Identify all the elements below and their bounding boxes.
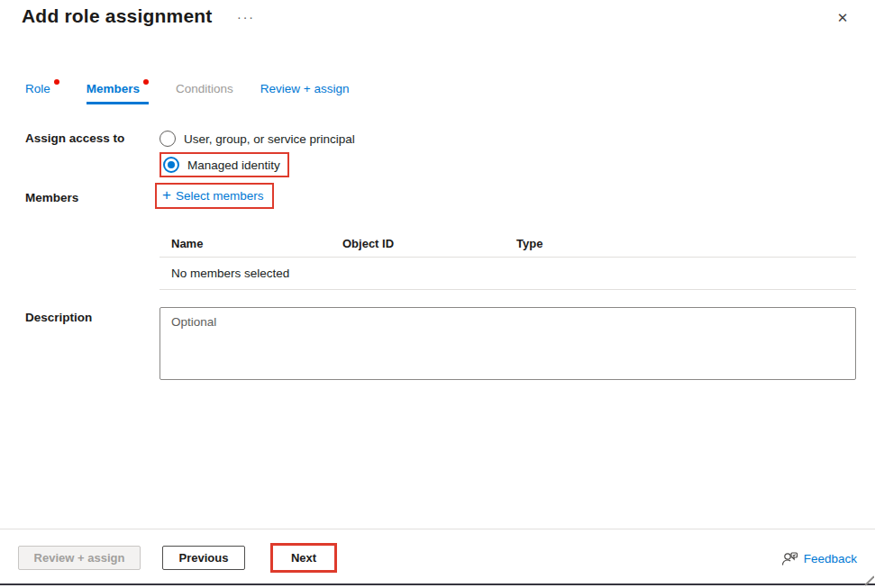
select-members-label: Select members [176, 189, 264, 203]
feedback-link[interactable]: Feedback [781, 550, 857, 566]
alert-dot [54, 79, 59, 85]
members-label: Members [25, 191, 78, 204]
radio-user-group-service-principal[interactable]: User, group, or service principal [160, 127, 355, 150]
add-role-assignment-panel: Add role assignment ··· ✕ Role Members C… [0, 0, 875, 588]
tab-review-assign[interactable]: Review + assign [260, 82, 350, 102]
description-input[interactable] [160, 307, 856, 380]
resize-handle[interactable] [863, 575, 874, 586]
radio-user-label: User, group, or service principal [184, 132, 355, 146]
tab-role[interactable]: Role [25, 82, 59, 102]
table-row-empty: No members selected [160, 258, 856, 290]
members-table-header: Name Object ID Type [160, 230, 856, 258]
tab-review-assign-label: Review + assign [260, 82, 350, 95]
next-button-highlight-box: Next [270, 543, 337, 573]
column-header-name: Name [160, 237, 342, 250]
radio-managed-identity[interactable]: Managed identity [163, 155, 280, 175]
more-options-icon[interactable]: ··· [237, 9, 255, 25]
select-members-link[interactable]: + Select members [162, 188, 263, 203]
select-members-highlight-box: + Select members [155, 183, 274, 209]
description-label: Description [25, 311, 92, 324]
radio-unselected-icon [160, 131, 176, 147]
plus-icon: + [162, 188, 171, 203]
feedback-icon [781, 550, 798, 566]
assign-access-radio-group: User, group, or service principal Manage… [160, 127, 355, 177]
column-header-object-id: Object ID [342, 237, 516, 250]
tab-conditions-label: Conditions [176, 82, 233, 95]
previous-button[interactable]: Previous [162, 546, 245, 570]
review-assign-button[interactable]: Review + assign [18, 546, 141, 570]
panel-bottom-edge [0, 583, 875, 585]
close-icon[interactable]: ✕ [833, 8, 852, 28]
alert-dot [143, 79, 149, 85]
tab-conditions[interactable]: Conditions [176, 82, 233, 102]
radio-managed-identity-label: Managed identity [187, 158, 280, 172]
assign-access-to-label: Assign access to [25, 131, 124, 145]
managed-identity-highlight-box: Managed identity [160, 152, 289, 177]
tab-role-label: Role [25, 82, 50, 95]
tab-members-label: Members [87, 82, 140, 95]
members-table: Name Object ID Type No members selected [160, 230, 856, 290]
page-title: Add role assignment [22, 5, 213, 27]
no-members-text: No members selected [171, 267, 289, 280]
feedback-label: Feedback [804, 552, 857, 565]
column-header-type: Type [516, 237, 856, 250]
tab-members[interactable]: Members [87, 82, 149, 104]
radio-selected-icon [163, 157, 179, 173]
footer-divider [0, 529, 875, 529]
tab-bar: Role Members Conditions Review + assign [25, 82, 350, 104]
next-button[interactable]: Next [273, 546, 334, 570]
